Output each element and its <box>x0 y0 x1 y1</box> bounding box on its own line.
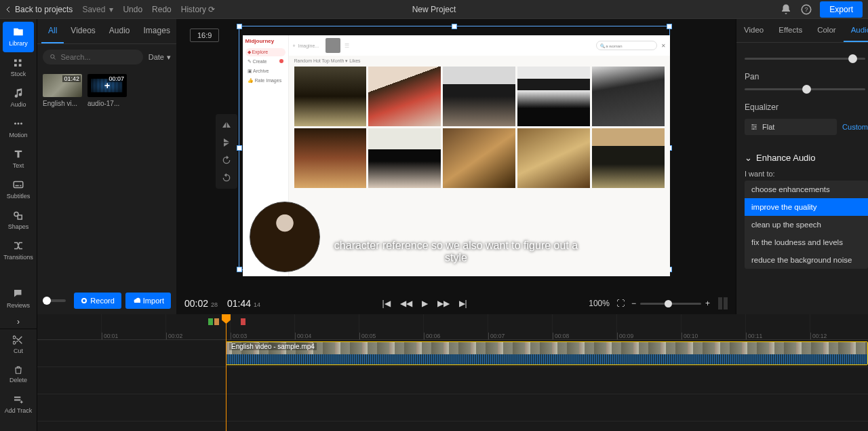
delete-tool[interactable]: Delete <box>0 360 37 389</box>
rail-audio[interactable]: Audio <box>0 83 37 113</box>
custom-eq-link[interactable]: Custom <box>842 123 868 131</box>
enhance-audio-section[interactable]: ⌄ Enhance Audio <box>745 153 868 163</box>
rail-subtitles[interactable]: Subtitles <box>0 174 37 205</box>
rewind-icon[interactable]: ◀◀ <box>400 299 412 308</box>
enhancement-dropdown[interactable]: choose enhancements improve the quality … <box>745 181 868 269</box>
rail-stock[interactable]: Stock <box>0 52 37 83</box>
lib-tab-images[interactable]: Images <box>137 19 177 43</box>
media-item-audio[interactable]: 00:07+ audio-17... <box>87 74 127 107</box>
svg-rect-5 <box>19 64 22 67</box>
redo-button[interactable]: Redo <box>152 5 172 14</box>
library-panel: All Videos Audio Images Date▾ 01:42 Engl… <box>37 19 176 314</box>
add-track-tool[interactable]: Add Track <box>0 389 37 419</box>
subtitle-text: character reference so we also want to f… <box>328 240 585 264</box>
svg-rect-10 <box>16 185 19 187</box>
svg-rect-13 <box>18 215 22 219</box>
rail-motion[interactable]: Motion <box>0 113 37 144</box>
svg-rect-20 <box>14 396 20 398</box>
zoom-in-icon[interactable]: + <box>705 299 710 308</box>
back-to-projects[interactable]: Back to projects <box>5 5 73 14</box>
svg-point-16 <box>83 299 85 302</box>
volume-slider-prop[interactable] <box>745 58 865 60</box>
equalizer-select[interactable]: Flat <box>745 119 837 135</box>
track-empty-1[interactable] <box>37 367 868 394</box>
svg-point-18 <box>755 126 756 128</box>
flip-vertical-icon[interactable] <box>218 134 235 151</box>
rotate-ccw-icon[interactable] <box>218 170 235 186</box>
sort-date[interactable]: Date▾ <box>149 53 171 62</box>
lib-tab-all[interactable]: All <box>41 19 64 43</box>
i-want-to-label: I want to: <box>745 170 868 178</box>
record-button[interactable]: Record <box>74 293 121 309</box>
pan-slider[interactable] <box>745 88 865 90</box>
zoom-out-icon[interactable]: − <box>631 299 636 308</box>
search-icon <box>50 53 56 61</box>
export-button[interactable]: Export <box>820 1 863 18</box>
track-video[interactable]: English video - sample.mp4 <box>37 340 868 367</box>
option-fix-loudness[interactable]: fix the loudness and levels <box>745 233 868 251</box>
svg-point-14 <box>51 55 54 58</box>
properties-panel: Video Effects Color Audio Pan Equalizer … <box>736 19 868 314</box>
svg-point-17 <box>752 124 753 126</box>
timeline-tracks-area[interactable]: 00:01 00:02 00:03 00:04 00:05 00:06 00:0… <box>37 314 868 431</box>
project-title[interactable]: New Project <box>291 5 576 14</box>
add-icon[interactable]: + <box>104 80 110 91</box>
timeline: › Cut Delete Add Track 00:01 00:02 00:03… <box>0 314 868 431</box>
rtab-video[interactable]: Video <box>736 19 771 42</box>
forward-icon[interactable]: ▶▶ <box>437 299 450 308</box>
current-time: 00:02 28 <box>184 298 218 309</box>
play-icon[interactable]: ▶ <box>422 299 428 308</box>
timeline-ruler[interactable]: 00:01 00:02 00:03 00:04 00:05 00:06 00:0… <box>37 314 868 340</box>
rail-transitions[interactable]: Transitions <box>0 236 37 266</box>
playhead[interactable] <box>226 314 226 431</box>
dropdown-current[interactable]: choose enhancements <box>745 181 868 198</box>
lib-tab-videos[interactable]: Videos <box>64 19 102 43</box>
rotate-cw-icon[interactable] <box>218 152 235 168</box>
presenter-bubble <box>250 202 320 272</box>
rail-reviews[interactable]: Reviews <box>0 284 37 314</box>
search-input[interactable] <box>60 53 136 61</box>
pan-label: Pan <box>745 72 868 81</box>
rtab-effects[interactable]: Effects <box>771 19 810 42</box>
flip-horizontal-icon[interactable] <box>218 117 235 133</box>
lib-tab-audio[interactable]: Audio <box>102 19 137 43</box>
svg-rect-3 <box>19 60 22 62</box>
library-search[interactable] <box>43 50 143 64</box>
total-time: 01:44 14 <box>227 298 260 309</box>
history-button[interactable]: History ⟳ <box>181 5 216 14</box>
goto-end-icon[interactable]: ▶| <box>459 299 467 308</box>
preview-panel: 16:9 Midjourney <box>176 19 736 314</box>
timeline-tools: › Cut Delete Add Track <box>0 314 37 431</box>
chevron-down-icon: ⌄ <box>745 153 752 163</box>
preview-canvas[interactable]: Midjourney ◆ Explore ✎ Create ▣ Archive … <box>243 35 670 276</box>
svg-rect-4 <box>14 64 17 67</box>
save-status[interactable]: Saved ▾ <box>82 5 113 14</box>
notifications-icon[interactable] <box>779 3 793 16</box>
video-clip[interactable]: English video - sample.mp4 <box>226 341 868 365</box>
svg-rect-9 <box>14 182 23 188</box>
option-reduce-noise[interactable]: reduce the background noise <box>745 251 868 269</box>
expand-timeline-icon[interactable]: › <box>0 314 37 329</box>
svg-rect-21 <box>14 399 20 400</box>
canvas-tools <box>216 114 237 189</box>
cut-tool[interactable]: Cut <box>0 329 37 360</box>
svg-point-6 <box>14 123 16 125</box>
rail-shapes[interactable]: Shapes <box>0 205 37 236</box>
import-button[interactable]: Import <box>125 293 171 309</box>
zoom-slider[interactable] <box>640 303 701 305</box>
option-improve-quality[interactable]: improve the quality <box>745 198 868 216</box>
help-icon[interactable]: ? <box>800 3 813 16</box>
fullscreen-icon[interactable]: ⛶ <box>616 299 625 308</box>
rtab-audio[interactable]: Audio <box>844 19 868 42</box>
volume-slider[interactable] <box>43 299 66 302</box>
track-empty-2[interactable] <box>37 394 868 421</box>
rail-library[interactable]: Library <box>3 22 34 52</box>
rtab-color[interactable]: Color <box>810 19 843 42</box>
goto-start-icon[interactable]: |◀ <box>382 299 390 308</box>
option-clean-speech[interactable]: clean up the speech <box>745 216 868 233</box>
rail-text[interactable]: Text <box>0 144 37 174</box>
top-bar: Back to projects Saved ▾ Undo Redo Histo… <box>0 0 868 19</box>
undo-button[interactable]: Undo <box>123 5 142 14</box>
media-item-video[interactable]: 01:42 English vi... <box>43 74 82 107</box>
playback-bar: 00:02 28 01:44 14 |◀ ◀◀ ▶ ▶▶ ▶| 100% ⛶ −… <box>176 293 736 314</box>
